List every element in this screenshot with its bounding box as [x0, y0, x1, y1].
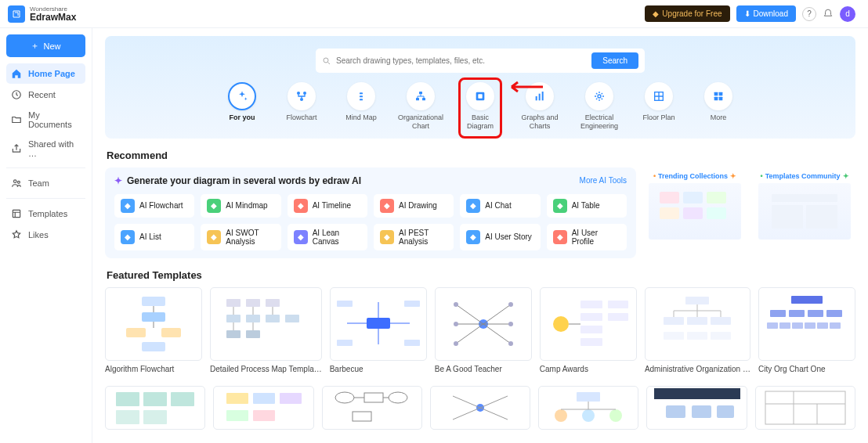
avatar[interactable]: d: [840, 6, 855, 22]
ai-tool-ai-user-story[interactable]: ◆AI User Story: [460, 224, 540, 250]
svg-rect-80: [779, 322, 790, 329]
sidebar-item-templates[interactable]: Templates: [6, 203, 85, 224]
category-label: Basic Diagram: [458, 113, 502, 131]
search-input[interactable]: [336, 56, 587, 65]
sidebar-item-label: Templates: [28, 209, 67, 218]
sidebar: ＋ New Home PageRecentMy DocumentsShared …: [0, 28, 92, 443]
sparkle-icon: ✦: [114, 175, 122, 186]
svg-rect-22: [719, 92, 723, 96]
svg-rect-51: [404, 301, 420, 307]
search-button[interactable]: Search: [591, 52, 638, 69]
promo-community[interactable]: •Templates Community✦: [754, 167, 855, 244]
sidebar-item-recent[interactable]: Recent: [6, 85, 85, 105]
template-card[interactable]: [105, 386, 205, 430]
sidebar-item-home-page[interactable]: Home Page: [6, 63, 85, 84]
sidebar-item-likes[interactable]: Likes: [6, 225, 85, 245]
ai-tool-ai-swot-analysis[interactable]: ◆AI SWOT Analysis: [201, 224, 280, 250]
ai-tool-label: AI Drawing: [399, 201, 437, 210]
ai-tool-label: AI Lean Canvas: [313, 229, 361, 246]
template-card[interactable]: Administrative Organization …: [645, 287, 750, 373]
ai-tool-icon: ◆: [466, 199, 480, 213]
download-button[interactable]: ⬇ Download: [736, 5, 796, 22]
template-card[interactable]: [755, 386, 855, 430]
svg-point-101: [555, 409, 567, 422]
template-card[interactable]: Camp Awards: [540, 287, 637, 373]
category-mind-map[interactable]: Mind Map: [339, 82, 383, 131]
new-label: New: [43, 41, 60, 51]
ai-tool-ai-list[interactable]: ◆AI List: [114, 224, 194, 250]
hero-banner: Search For youFlowchartMind MapOrganizat…: [105, 36, 855, 139]
ai-tool-ai-mindmap[interactable]: ◆AI Mindmap: [201, 194, 280, 218]
svg-rect-47: [246, 330, 260, 338]
svg-point-1: [14, 180, 17, 183]
download-label: Download: [754, 9, 788, 18]
ai-tool-ai-drawing[interactable]: ◆AI Drawing: [374, 194, 454, 218]
template-label: Camp Awards: [540, 365, 637, 373]
svg-rect-50: [337, 340, 353, 346]
sidebar-item-label: Team: [28, 178, 49, 188]
svg-rect-74: [791, 296, 823, 304]
svg-rect-93: [226, 410, 248, 421]
template-card[interactable]: Detailed Process Map Templa…: [210, 287, 322, 373]
ai-tool-ai-lean-canvas[interactable]: ◆AI Lean Canvas: [288, 224, 367, 250]
category-label: Graphs and Charts: [518, 113, 562, 131]
upgrade-button[interactable]: ◆ Upgrade for Free: [645, 5, 729, 22]
sidebar-item-team[interactable]: Team: [6, 173, 85, 193]
svg-rect-15: [478, 94, 482, 98]
svg-rect-90: [226, 393, 248, 404]
template-card[interactable]: Be A Good Teacher: [435, 287, 532, 373]
bell-icon[interactable]: [823, 9, 834, 20]
ai-tool-ai-table[interactable]: ◆AI Table: [547, 194, 627, 218]
help-icon[interactable]: ?: [802, 7, 816, 21]
category-for-you[interactable]: For you: [220, 82, 264, 131]
template-card[interactable]: [646, 386, 747, 430]
svg-rect-105: [666, 405, 685, 418]
category-label: Electrical Engineering: [577, 113, 621, 131]
ai-tool-ai-flowchart[interactable]: ◆AI Flowchart: [114, 194, 194, 218]
svg-rect-8: [360, 92, 363, 94]
svg-rect-75: [770, 310, 786, 317]
svg-rect-108: [765, 391, 845, 424]
svg-point-5: [297, 92, 300, 95]
svg-rect-100: [577, 392, 600, 402]
category-label: Organizational Chart: [398, 113, 443, 131]
sidebar-item-my-documents[interactable]: My Documents: [6, 106, 85, 134]
svg-rect-61: [580, 301, 602, 308]
ai-tool-ai-user-profile[interactable]: ◆AI User Profile: [547, 224, 627, 250]
ai-tool-ai-timeline[interactable]: ◆AI Timeline: [288, 194, 367, 218]
new-button[interactable]: ＋ New: [6, 34, 85, 57]
category-organizational-chart[interactable]: Organizational Chart: [399, 82, 443, 131]
template-card[interactable]: [213, 386, 313, 430]
ai-tool-ai-chat[interactable]: ◆AI Chat: [460, 194, 540, 218]
more-ai-tools-link[interactable]: More AI Tools: [580, 176, 627, 185]
svg-rect-9: [360, 95, 363, 97]
ai-tool-ai-pest-analysis[interactable]: ◆AI PEST Analysis: [374, 224, 454, 250]
flow-icon: [288, 82, 316, 110]
template-thumb: [755, 386, 855, 430]
promo-trending[interactable]: •Trending Collections✦: [644, 167, 746, 244]
template-card[interactable]: Barbecue: [330, 287, 427, 373]
category-electrical-engineering[interactable]: Electrical Engineering: [577, 82, 621, 131]
sidebar-item-label: Likes: [28, 230, 49, 240]
category-floor-plan[interactable]: Floor Plan: [637, 82, 681, 131]
category-flowchart[interactable]: Flowchart: [280, 82, 324, 131]
category-graphs-and-charts[interactable]: Graphs and Charts: [518, 82, 562, 131]
svg-rect-46: [226, 330, 241, 338]
svg-rect-30: [707, 207, 726, 219]
svg-point-56: [454, 341, 458, 346]
template-card[interactable]: [322, 386, 422, 430]
category-more[interactable]: More: [696, 82, 740, 131]
svg-rect-86: [143, 392, 167, 406]
svg-rect-107: [717, 405, 734, 418]
app-logo: Wondershare EdrawMax: [8, 5, 76, 23]
svg-rect-37: [161, 328, 181, 337]
template-card[interactable]: [430, 386, 530, 430]
template-card[interactable]: City Org Chart One: [758, 287, 855, 373]
template-thumb: [105, 386, 205, 430]
template-card[interactable]: Algorithm Flowchart: [105, 287, 202, 373]
svg-rect-88: [116, 410, 139, 424]
category-basic-diagram[interactable]: Basic Diagram: [458, 82, 502, 131]
template-card[interactable]: [538, 386, 638, 430]
svg-rect-89: [143, 410, 167, 424]
sidebar-item-shared-with-[interactable]: Shared with …: [6, 135, 85, 163]
